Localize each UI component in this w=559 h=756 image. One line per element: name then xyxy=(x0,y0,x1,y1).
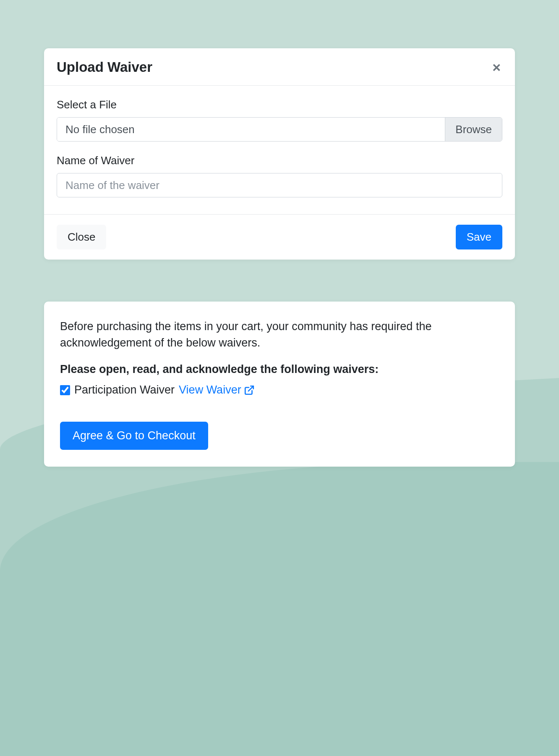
upload-waiver-modal: Upload Waiver × Select a File No file ch… xyxy=(44,48,515,260)
browse-button[interactable]: Browse xyxy=(445,118,502,141)
waiver-name-group: Name of Waiver xyxy=(57,154,502,197)
view-waiver-link[interactable]: View Waiver xyxy=(179,383,255,396)
file-select-group: Select a File No file chosen Browse xyxy=(57,98,502,142)
agree-checkout-button[interactable]: Agree & Go to Checkout xyxy=(60,422,208,450)
waiver-prompt-text: Please open, read, and acknowledge the f… xyxy=(60,363,499,376)
svg-line-0 xyxy=(248,386,253,391)
close-icon[interactable]: × xyxy=(491,60,502,74)
close-button[interactable]: Close xyxy=(57,225,106,249)
external-link-icon xyxy=(244,385,255,396)
waiver-intro-text: Before purchasing the items in your cart… xyxy=(60,318,499,351)
modal-title: Upload Waiver xyxy=(57,59,152,75)
waiver-name-input[interactable] xyxy=(57,173,502,197)
waiver-acknowledgement-card: Before purchasing the items in your cart… xyxy=(44,302,515,467)
view-waiver-link-label: View Waiver xyxy=(179,383,241,396)
waiver-item-name: Participation Waiver xyxy=(74,383,175,396)
save-button[interactable]: Save xyxy=(456,225,502,249)
modal-header: Upload Waiver × xyxy=(44,48,515,86)
file-input[interactable]: No file chosen Browse xyxy=(57,117,502,142)
modal-body: Select a File No file chosen Browse Name… xyxy=(44,86,515,214)
waiver-list-item: Participation Waiver View Waiver xyxy=(60,383,499,396)
modal-footer: Close Save xyxy=(44,214,515,260)
waiver-checkbox[interactable] xyxy=(60,385,70,395)
file-select-label: Select a File xyxy=(57,98,502,111)
file-input-placeholder: No file chosen xyxy=(57,118,445,141)
waiver-name-label: Name of Waiver xyxy=(57,154,502,167)
